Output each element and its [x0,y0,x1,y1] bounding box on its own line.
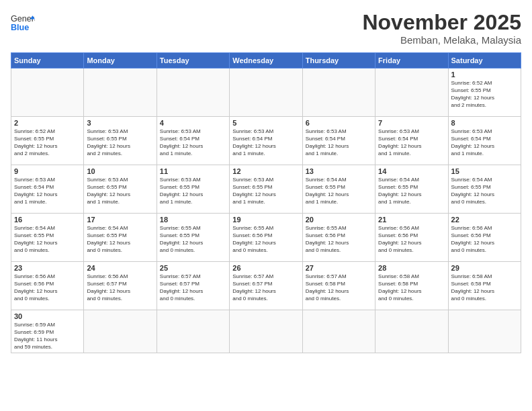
day-info: Sunrise: 6:57 AM Sunset: 6:57 PM Dayligh… [160,273,226,302]
table-row [11,68,84,117]
day-info: Sunrise: 6:56 AM Sunset: 6:57 PM Dayligh… [87,273,153,302]
day-info: Sunrise: 6:53 AM Sunset: 6:55 PM Dayligh… [87,177,153,205]
day-info: Sunrise: 6:56 AM Sunset: 6:56 PM Dayligh… [378,225,445,254]
table-row: 9Sunrise: 6:53 AM Sunset: 6:54 PM Daylig… [11,165,84,214]
table-row: 18Sunrise: 6:55 AM Sunset: 6:55 PM Dayli… [157,214,229,262]
table-row: 8Sunrise: 6:53 AM Sunset: 6:54 PM Daylig… [448,117,521,165]
day-number: 7 [378,119,445,127]
day-info: Sunrise: 6:54 AM Sunset: 6:55 PM Dayligh… [306,177,372,205]
table-row [230,310,302,353]
table-row: 6Sunrise: 6:53 AM Sunset: 6:54 PM Daylig… [302,117,375,165]
day-number: 27 [306,264,372,272]
table-row [375,68,448,117]
day-number: 12 [232,167,299,175]
table-row: 1Sunrise: 6:52 AM Sunset: 6:55 PM Daylig… [448,68,521,117]
table-row: 13Sunrise: 6:54 AM Sunset: 6:55 PM Dayli… [302,165,375,214]
day-number: 19 [232,216,299,224]
table-row: 4Sunrise: 6:53 AM Sunset: 6:54 PM Daylig… [157,117,229,165]
day-number: 8 [451,119,518,127]
day-number: 10 [87,167,153,175]
table-row [375,310,448,353]
day-info: Sunrise: 6:53 AM Sunset: 6:55 PM Dayligh… [87,128,153,157]
table-row: 12Sunrise: 6:53 AM Sunset: 6:55 PM Dayli… [230,165,302,214]
table-row: 24Sunrise: 6:56 AM Sunset: 6:57 PM Dayli… [84,262,157,310]
col-wednesday: Wednesday [230,53,302,68]
table-row [302,310,375,353]
table-row: 21Sunrise: 6:56 AM Sunset: 6:56 PM Dayli… [375,214,448,262]
col-saturday: Saturday [448,53,521,68]
col-monday: Monday [84,53,157,68]
day-number: 22 [451,216,518,224]
table-row: 22Sunrise: 6:56 AM Sunset: 6:56 PM Dayli… [448,214,521,262]
day-info: Sunrise: 6:58 AM Sunset: 6:58 PM Dayligh… [451,273,518,302]
table-row: 20Sunrise: 6:55 AM Sunset: 6:56 PM Dayli… [302,214,375,262]
day-info: Sunrise: 6:52 AM Sunset: 6:55 PM Dayligh… [451,80,518,109]
day-number: 16 [14,216,81,224]
table-row: 7Sunrise: 6:53 AM Sunset: 6:54 PM Daylig… [375,117,448,165]
day-info: Sunrise: 6:55 AM Sunset: 6:56 PM Dayligh… [232,225,299,254]
day-number: 11 [160,167,226,175]
generalblue-logo-icon: General Blue [11,11,35,35]
day-number: 28 [378,264,445,272]
table-row: 16Sunrise: 6:54 AM Sunset: 6:55 PM Dayli… [11,214,84,262]
calendar-table: Sunday Monday Tuesday Wednesday Thursday… [11,52,521,353]
day-info: Sunrise: 6:53 AM Sunset: 6:54 PM Dayligh… [160,128,226,157]
day-number: 15 [451,167,518,175]
day-info: Sunrise: 6:58 AM Sunset: 6:58 PM Dayligh… [378,273,445,302]
day-info: Sunrise: 6:53 AM Sunset: 6:54 PM Dayligh… [451,128,518,157]
day-info: Sunrise: 6:53 AM Sunset: 6:55 PM Dayligh… [160,177,226,205]
table-row: 29Sunrise: 6:58 AM Sunset: 6:58 PM Dayli… [448,262,521,310]
day-info: Sunrise: 6:53 AM Sunset: 6:54 PM Dayligh… [232,128,299,157]
col-friday: Friday [375,53,448,68]
day-number: 6 [306,119,372,127]
calendar-title: November 2025 [362,11,521,34]
day-info: Sunrise: 6:54 AM Sunset: 6:55 PM Dayligh… [451,177,518,205]
table-row: 11Sunrise: 6:53 AM Sunset: 6:55 PM Dayli… [157,165,229,214]
day-number: 21 [378,216,445,224]
table-row [84,310,157,353]
day-number: 25 [160,264,226,272]
day-number: 9 [14,167,81,175]
day-number: 2 [14,119,81,127]
table-row: 27Sunrise: 6:57 AM Sunset: 6:58 PM Dayli… [302,262,375,310]
table-row: 19Sunrise: 6:55 AM Sunset: 6:56 PM Dayli… [230,214,302,262]
table-row [302,68,375,117]
day-info: Sunrise: 6:53 AM Sunset: 6:55 PM Dayligh… [232,177,299,205]
table-row: 17Sunrise: 6:54 AM Sunset: 6:55 PM Dayli… [84,214,157,262]
calendar-subtitle: Bemban, Melaka, Malaysia [362,34,521,46]
title-block: November 2025 Bemban, Melaka, Malaysia [362,11,521,46]
day-number: 5 [232,119,299,127]
day-info: Sunrise: 6:53 AM Sunset: 6:54 PM Dayligh… [306,128,372,157]
col-tuesday: Tuesday [157,53,229,68]
table-row: 23Sunrise: 6:56 AM Sunset: 6:56 PM Dayli… [11,262,84,310]
day-info: Sunrise: 6:55 AM Sunset: 6:56 PM Dayligh… [306,225,372,254]
day-number: 29 [451,264,518,272]
day-info: Sunrise: 6:56 AM Sunset: 6:56 PM Dayligh… [14,273,81,302]
day-info: Sunrise: 6:53 AM Sunset: 6:54 PM Dayligh… [378,128,445,157]
table-row: 5Sunrise: 6:53 AM Sunset: 6:54 PM Daylig… [230,117,302,165]
svg-text:Blue: Blue [11,23,29,32]
table-row: 30Sunrise: 6:59 AM Sunset: 6:59 PM Dayli… [11,310,84,353]
table-row: 2Sunrise: 6:52 AM Sunset: 6:55 PM Daylig… [11,117,84,165]
day-info: Sunrise: 6:52 AM Sunset: 6:55 PM Dayligh… [14,128,81,157]
day-info: Sunrise: 6:53 AM Sunset: 6:54 PM Dayligh… [14,177,81,205]
day-info: Sunrise: 6:57 AM Sunset: 6:57 PM Dayligh… [232,273,299,302]
table-row: 15Sunrise: 6:54 AM Sunset: 6:55 PM Dayli… [448,165,521,214]
page: General Blue November 2025 Bemban, Melak… [0,0,532,411]
day-number: 23 [14,264,81,272]
day-number: 14 [378,167,445,175]
day-info: Sunrise: 6:55 AM Sunset: 6:55 PM Dayligh… [160,225,226,254]
table-row [84,68,157,117]
day-info: Sunrise: 6:59 AM Sunset: 6:59 PM Dayligh… [14,322,81,351]
table-row: 28Sunrise: 6:58 AM Sunset: 6:58 PM Dayli… [375,262,448,310]
day-number: 13 [306,167,372,175]
day-number: 17 [87,216,153,224]
table-row: 3Sunrise: 6:53 AM Sunset: 6:55 PM Daylig… [84,117,157,165]
day-number: 24 [87,264,153,272]
col-sunday: Sunday [11,53,84,68]
table-row: 25Sunrise: 6:57 AM Sunset: 6:57 PM Dayli… [157,262,229,310]
day-number: 3 [87,119,153,127]
calendar-header-row: Sunday Monday Tuesday Wednesday Thursday… [11,53,521,68]
day-info: Sunrise: 6:57 AM Sunset: 6:58 PM Dayligh… [306,273,372,302]
day-info: Sunrise: 6:54 AM Sunset: 6:55 PM Dayligh… [378,177,445,205]
